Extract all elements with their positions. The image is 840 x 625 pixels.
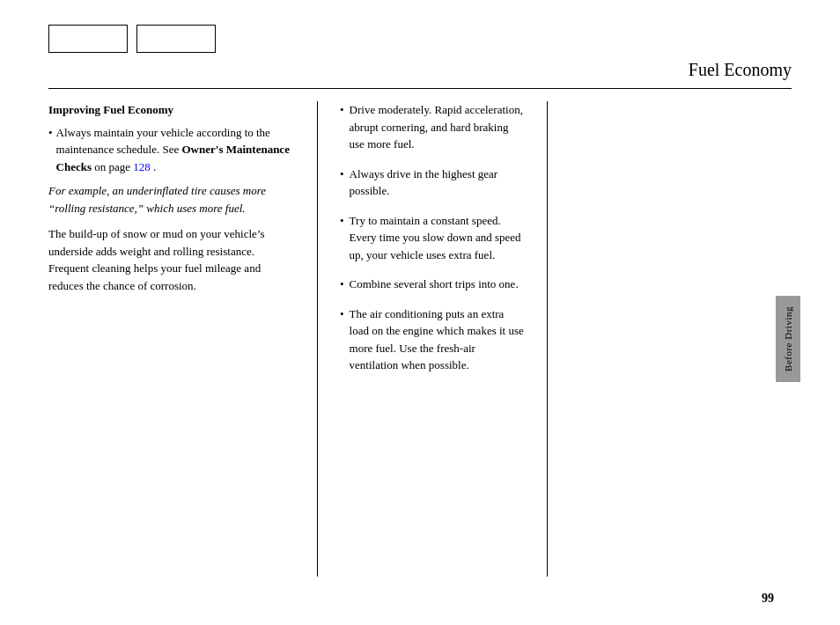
left-bullet-1: • Always maintain your vehicle according…: [48, 124, 291, 176]
bullet-symbol-m4: •: [340, 276, 344, 293]
mid-bullet-2-text: Always drive in the highest gear possibl…: [350, 165, 525, 200]
mid-bullet-5-text: The air conditioning puts an extra load …: [350, 305, 525, 374]
page-title-area: Fuel Economy: [689, 60, 792, 80]
top-rule: [48, 88, 792, 89]
mid-bullet-3: • Try to maintain a constant speed. Ever…: [340, 212, 525, 264]
page-title: Fuel Economy: [689, 60, 792, 79]
content-area: Improving Fuel Economy • Always maintain…: [48, 101, 792, 577]
section-title: Improving Fuel Economy: [48, 101, 291, 119]
bullet-symbol-m3: •: [340, 212, 344, 264]
left-divider: [317, 101, 318, 577]
next-button[interactable]: [136, 25, 216, 53]
mid-bullet-5: • The air conditioning puts an extra loa…: [340, 305, 525, 374]
page-link[interactable]: 128: [133, 160, 151, 173]
prev-button[interactable]: [48, 25, 128, 53]
right-column: Before Driving: [556, 101, 792, 577]
mid-bullet-2: • Always drive in the highest gear possi…: [340, 165, 525, 200]
mid-bullet-1: • Drive moderately. Rapid acceleration, …: [340, 101, 525, 153]
mid-bullet-3-text: Try to maintain a constant speed. Every …: [350, 212, 525, 264]
middle-column: • Drive moderately. Rapid acceleration, …: [327, 101, 538, 577]
nav-buttons: [48, 25, 216, 53]
italic-paragraph: For example, an underinflated tire cause…: [48, 182, 291, 217]
left-bullet-1-text: Always maintain your vehicle according t…: [56, 124, 291, 176]
bullet-symbol-m2: •: [340, 165, 344, 200]
mid-bullet-4: • Combine several short trips into one.: [340, 276, 525, 293]
right-divider: [547, 101, 548, 577]
left-column: Improving Fuel Economy • Always maintain…: [48, 101, 308, 577]
page-number: 99: [762, 592, 774, 606]
regular-paragraph: The build-up of snow or mud on your vehi…: [48, 225, 291, 294]
mid-bullet-1-text: Drive moderately. Rapid acceleration, ab…: [350, 101, 525, 153]
italic-intro: For example,: [48, 184, 109, 197]
side-tab: Before Driving: [776, 296, 800, 382]
bullet-symbol: •: [48, 124, 53, 176]
bullet-symbol-m1: •: [340, 101, 344, 153]
side-tab-label: Before Driving: [783, 306, 793, 371]
page-container: Fuel Economy Improving Fuel Economy • Al…: [0, 0, 840, 625]
mid-bullet-4-text: Combine several short trips into one.: [350, 276, 519, 293]
bullet-symbol-m5: •: [340, 305, 344, 374]
